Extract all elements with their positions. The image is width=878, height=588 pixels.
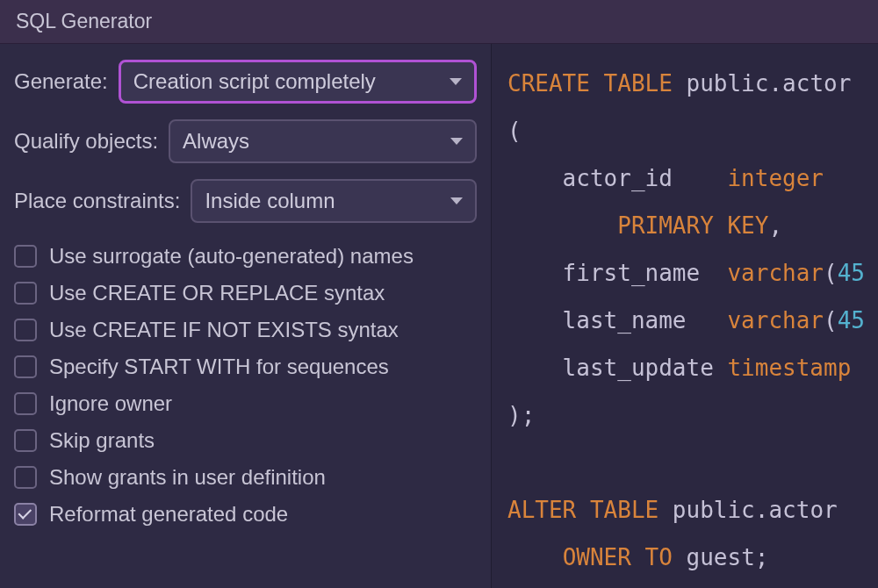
- qualify-row: Qualify objects: Always: [14, 119, 477, 163]
- code-token: OWNER TO: [563, 544, 687, 570]
- checkbox-label: Use CREATE IF NOT EXISTS syntax: [49, 318, 399, 342]
- code-token: guest: [687, 544, 755, 570]
- generate-value: Creation script completely: [133, 69, 376, 94]
- checkbox-row[interactable]: Skip grants: [14, 428, 477, 453]
- code-line: [507, 439, 878, 486]
- code-line: last_update timestamp: [507, 344, 878, 391]
- generate-row: Generate: Creation script completely: [14, 60, 477, 104]
- checkbox-label: Show grants in user definition: [49, 465, 326, 490]
- checkbox[interactable]: [14, 282, 37, 305]
- checkbox-label: Specify START WITH for sequences: [49, 355, 389, 379]
- checkbox[interactable]: [14, 503, 37, 526]
- constraints-dropdown[interactable]: Inside column: [191, 179, 477, 223]
- checkbox-row[interactable]: Ignore owner: [14, 391, 477, 416]
- qualify-label: Qualify objects:: [14, 129, 158, 154]
- checkbox-list: Use surrogate (auto-generated) namesUse …: [14, 244, 477, 527]
- constraints-label: Place constraints:: [14, 189, 180, 213]
- code-token: [507, 449, 522, 476]
- code-token: actor: [768, 497, 837, 523]
- code-token: PRIMARY KEY: [617, 212, 768, 239]
- qualify-value: Always: [183, 129, 249, 154]
- code-line: OWNER TO guest;: [507, 534, 878, 581]
- chevron-down-icon: [450, 78, 462, 85]
- checkbox[interactable]: [14, 355, 37, 378]
- code-token: public: [687, 70, 769, 97]
- code-token: 45: [838, 307, 865, 333]
- code-token: last_update: [507, 355, 727, 381]
- code-token: [507, 544, 563, 570]
- checkbox-row[interactable]: Specify START WITH for sequences: [14, 355, 477, 379]
- checkbox[interactable]: [14, 319, 37, 341]
- checkbox-label: Skip grants: [49, 428, 155, 453]
- code-token: first_name: [507, 260, 727, 286]
- checkbox-label: Use CREATE OR REPLACE syntax: [49, 281, 385, 305]
- check-icon: [18, 506, 32, 520]
- code-line: last_name varchar(45: [507, 297, 878, 344]
- code-token: ;: [755, 544, 769, 570]
- code-line: );: [507, 391, 878, 439]
- code-token: actor_id: [507, 165, 727, 191]
- checkbox-row[interactable]: Use CREATE OR REPLACE syntax: [14, 281, 477, 305]
- code-line: ALTER TABLE public.actor: [507, 486, 878, 534]
- code-line: (: [507, 107, 878, 154]
- checkbox-label: Use surrogate (auto-generated) names: [49, 244, 414, 269]
- checkbox-row[interactable]: Show grants in user definition: [14, 465, 477, 490]
- checkbox[interactable]: [14, 466, 37, 489]
- code-token: (: [824, 260, 838, 286]
- code-token: varchar: [727, 260, 824, 286]
- code-token: integer: [727, 165, 824, 191]
- checkbox-label: Reformat generated code: [49, 502, 288, 527]
- checkbox[interactable]: [14, 392, 37, 415]
- options-panel: Generate: Creation script completely Qua…: [0, 44, 492, 588]
- code-token: 45: [838, 260, 865, 286]
- code-token: CREATE TABLE: [507, 70, 687, 97]
- checkbox-row[interactable]: Use CREATE IF NOT EXISTS syntax: [14, 318, 477, 342]
- code-token: (: [824, 307, 838, 333]
- checkbox[interactable]: [14, 429, 37, 452]
- code-line: PRIMARY KEY,: [507, 202, 878, 249]
- window-titlebar: SQL Generator: [0, 0, 878, 44]
- code-token: .: [768, 70, 782, 97]
- qualify-dropdown[interactable]: Always: [169, 119, 477, 163]
- code-token: public: [673, 497, 755, 523]
- code-token: timestamp: [727, 355, 851, 381]
- generate-label: Generate:: [14, 69, 108, 94]
- checkbox-label: Ignore owner: [49, 391, 172, 416]
- chevron-down-icon: [450, 197, 463, 204]
- code-line: actor_id integer: [507, 154, 878, 202]
- code-token: last_name: [507, 307, 727, 333]
- code-token: [507, 212, 617, 239]
- main-area: Generate: Creation script completely Qua…: [0, 44, 878, 588]
- code-token: actor: [782, 70, 851, 97]
- code-token: ,: [768, 212, 782, 239]
- code-token: (: [507, 118, 522, 144]
- code-token: .: [755, 497, 769, 523]
- generate-dropdown[interactable]: Creation script completely: [119, 60, 477, 104]
- code-token: );: [507, 402, 535, 428]
- code-token: ALTER TABLE: [507, 497, 673, 523]
- code-line: CREATE TABLE public.actor: [507, 60, 878, 107]
- checkbox-row[interactable]: Use surrogate (auto-generated) names: [14, 244, 477, 269]
- checkbox[interactable]: [14, 245, 37, 268]
- code-token: varchar: [727, 307, 824, 333]
- constraints-row: Place constraints: Inside column: [14, 179, 477, 223]
- code-preview: CREATE TABLE public.actor( actor_id inte…: [492, 44, 878, 588]
- window-title: SQL Generator: [16, 10, 152, 33]
- code-line: first_name varchar(45: [507, 249, 878, 297]
- checkbox-row[interactable]: Reformat generated code: [14, 502, 477, 527]
- constraints-value: Inside column: [205, 189, 335, 213]
- chevron-down-icon: [450, 138, 463, 145]
